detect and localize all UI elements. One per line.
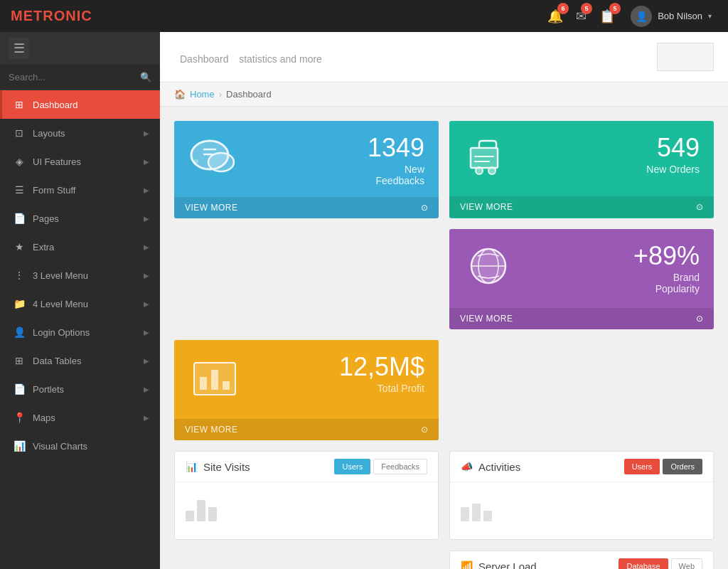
server-load-row: 📶 Server Load Database Web	[174, 551, 714, 569]
stat-cards-row-3: 12,5M$ Total Profit VIEW MORE ⊙	[174, 340, 714, 440]
user-profile-menu[interactable]: 👤 Bob Nilson ▾	[625, 3, 717, 30]
sidebar-item-visual-charts[interactable]: 📊 Visual Charts	[0, 432, 160, 460]
sidebar-item-label: Maps	[33, 413, 136, 423]
tasks-button[interactable]: 📋 5	[596, 6, 618, 27]
sidebar-item-label: 3 Level Menu	[33, 270, 136, 281]
form-icon: ☰	[13, 184, 26, 196]
activities-header: 📣 Activities Users Orders	[450, 452, 713, 482]
logo-text2: NIC	[65, 8, 92, 23]
feedbacks-icon	[188, 135, 238, 186]
server-load-label: Server Load	[478, 560, 537, 570]
popularity-numbers: +89% BrandPopularity	[633, 243, 700, 294]
popularity-footer-text: VIEW MORE	[460, 314, 513, 324]
breadcrumb-separator: ›	[219, 89, 222, 100]
bar	[186, 511, 194, 521]
site-visits-label: Site Visits	[203, 461, 250, 473]
sidebar-item-portlets[interactable]: 📄 Portlets ▶	[0, 375, 160, 403]
feedbacks-footer-text: VIEW MORE	[185, 203, 238, 213]
arrow-icon: ▶	[144, 272, 149, 280]
maps-icon: 📍	[13, 412, 26, 423]
server-load-header: 📶 Server Load Database Web	[450, 551, 713, 569]
arrow-icon: ▶	[144, 385, 149, 393]
server-load-title: 📶 Server Load	[461, 560, 537, 570]
search-input[interactable]	[9, 72, 140, 83]
orders-card: 549 New Orders VIEW MORE ⊙	[449, 121, 714, 218]
orders-count: 549	[646, 135, 700, 161]
user-name: Bob Nilson	[658, 11, 702, 21]
sidebar-item-label: Pages	[33, 213, 136, 224]
sidebar-item-3level-menu[interactable]: ⋮ 3 Level Menu ▶	[0, 261, 160, 289]
menu3-icon: ⋮	[13, 270, 26, 281]
search-icon[interactable]: 🔍	[140, 72, 151, 83]
top-navigation: METRONIC 🔔 6 ✉ 5 📋 5 👤 Bob Nilson ▾	[0, 0, 728, 32]
avatar: 👤	[631, 6, 652, 27]
extra-icon: ★	[13, 241, 26, 252]
sidebar: ☰ 🔍 ⊞ Dashboard ⊡ Layouts ▶ ◈ UI Feature…	[0, 32, 160, 569]
sidebar-item-maps[interactable]: 📍 Maps ▶	[0, 403, 160, 432]
profit-footer[interactable]: VIEW MORE ⊙	[174, 419, 439, 440]
sidebar-item-form-stuff[interactable]: ☰ Form Stuff ▶	[0, 176, 160, 204]
arrow-icon: ▶	[144, 158, 149, 166]
server-load-tab-database[interactable]: Database	[619, 558, 668, 569]
bar	[483, 511, 492, 521]
main-content: Dashboard statistics and more 🏠 Home › D…	[160, 32, 728, 569]
orders-footer[interactable]: VIEW MORE ⊙	[449, 196, 714, 218]
sidebar-item-ui-features[interactable]: ◈ UI Features ▶	[0, 147, 160, 176]
sidebar-navigation: ⊞ Dashboard ⊡ Layouts ▶ ◈ UI Features ▶ …	[0, 90, 160, 569]
charts-icon: 📊	[13, 440, 26, 452]
site-visits-tab-feedbacks[interactable]: Feedbacks	[373, 459, 427, 474]
sidebar-item-label: 4 Level Menu	[33, 299, 136, 309]
sidebar-item-login-options[interactable]: 👤 Login Options ▶	[0, 318, 160, 346]
activities-tab-users[interactable]: Users	[624, 459, 660, 474]
portlets-icon: 📄	[13, 383, 26, 395]
site-visits-tab-users[interactable]: Users	[334, 459, 370, 474]
megaphone-icon: 📣	[461, 461, 473, 472]
arrow-icon: ▶	[144, 215, 149, 223]
sidebar-item-dashboard[interactable]: ⊞ Dashboard	[0, 90, 160, 119]
messages-button[interactable]: ✉ 5	[573, 6, 589, 27]
sidebar-item-label: Visual Charts	[33, 441, 149, 452]
svg-rect-14	[200, 377, 207, 390]
activities-tab-orders[interactable]: Orders	[663, 459, 702, 474]
svg-rect-16	[223, 381, 230, 390]
sidebar-item-layouts[interactable]: ⊡ Layouts ▶	[0, 119, 160, 147]
data-tables-icon: ⊞	[13, 355, 26, 366]
popularity-footer-arrow: ⊙	[696, 314, 704, 324]
orders-card-top: 549 New Orders	[449, 121, 714, 196]
site-visits-chart	[186, 493, 427, 521]
bottom-panels: 📊 Site Visits Users Feedbacks	[174, 451, 714, 540]
sidebar-search-container: 🔍	[0, 65, 160, 90]
feedbacks-footer-arrow: ⊙	[421, 203, 429, 213]
messages-badge: 5	[581, 3, 592, 14]
sidebar-item-label: Extra	[33, 242, 136, 252]
feedbacks-numbers: 1349 NewFeedbacks	[368, 135, 424, 186]
svg-rect-15	[211, 370, 218, 390]
app-logo: METRONIC	[11, 8, 545, 24]
sidebar-item-pages[interactable]: 📄 Pages ▶	[0, 204, 160, 233]
popularity-footer[interactable]: VIEW MORE ⊙	[449, 308, 714, 329]
content-body: 1349 NewFeedbacks VIEW MORE ⊙	[160, 107, 728, 569]
server-load-left-empty	[174, 551, 439, 569]
server-load-panel: 📶 Server Load Database Web	[449, 551, 714, 569]
row2-left-empty	[174, 229, 439, 329]
site-visits-tabs: Users Feedbacks	[334, 459, 427, 474]
activities-body	[450, 482, 713, 539]
site-visits-header: 📊 Site Visits Users Feedbacks	[175, 452, 438, 482]
feedbacks-count: 1349	[368, 135, 424, 161]
tasks-badge: 5	[609, 3, 621, 14]
feedbacks-footer[interactable]: VIEW MORE ⊙	[174, 197, 439, 218]
notification-bell-button[interactable]: 🔔 6	[545, 6, 566, 27]
page-title: Dashboard statistics and more	[174, 47, 322, 67]
server-load-tab-web[interactable]: Web	[671, 558, 702, 569]
sidebar-item-4level-menu[interactable]: 📁 4 Level Menu ▶	[0, 289, 160, 318]
feedbacks-card-top: 1349 NewFeedbacks	[174, 121, 439, 197]
arrow-icon: ▶	[144, 186, 149, 194]
sidebar-item-label: Form Stuff	[33, 185, 136, 196]
bar	[208, 507, 217, 521]
orders-footer-arrow: ⊙	[696, 202, 704, 212]
sidebar-toggle-button[interactable]: ☰	[9, 38, 30, 59]
sidebar-item-extra[interactable]: ★ Extra ▶	[0, 233, 160, 261]
breadcrumb-home[interactable]: Home	[190, 89, 215, 100]
main-layout: ☰ 🔍 ⊞ Dashboard ⊡ Layouts ▶ ◈ UI Feature…	[0, 32, 728, 569]
sidebar-item-data-tables[interactable]: ⊞ Data Tables ▶	[0, 346, 160, 375]
